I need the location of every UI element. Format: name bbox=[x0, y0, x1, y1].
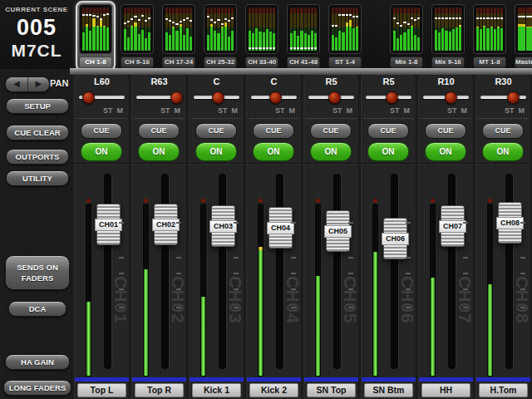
current-scene-panel[interactable]: CURRENT SCENE 005 M7CL bbox=[0, 0, 73, 69]
navigator-block-ch-33-40[interactable]: CH 33-40 bbox=[242, 1, 282, 71]
pan-slider[interactable] bbox=[77, 90, 126, 105]
bank-fader-mark bbox=[349, 14, 352, 16]
cue-button[interactable]: CUE bbox=[367, 123, 409, 139]
fader-scale-tick bbox=[291, 288, 296, 290]
channel-name[interactable]: Top R bbox=[135, 383, 184, 397]
pan-knob[interactable] bbox=[212, 91, 224, 104]
on-button[interactable]: ON bbox=[253, 142, 294, 161]
bank-fader-mark bbox=[124, 22, 126, 24]
bank-meter-bar bbox=[183, 7, 185, 51]
cue-button[interactable]: CUE bbox=[425, 123, 466, 139]
cue-button[interactable]: CUE bbox=[81, 123, 122, 139]
pan-slider[interactable] bbox=[249, 90, 298, 105]
sends-on-faders-button[interactable]: SENDS ON FADERS bbox=[5, 255, 70, 290]
on-button[interactable]: ON bbox=[138, 142, 180, 161]
bank-fader-mark bbox=[456, 17, 458, 19]
channel-name[interactable]: H.Tom bbox=[479, 383, 528, 397]
fader-cap[interactable]: CH07 bbox=[441, 205, 465, 247]
pan-knob[interactable] bbox=[269, 91, 282, 104]
navigator-block-ch-1-8[interactable]: CH 1-8 bbox=[76, 1, 116, 71]
bank-fader-mark bbox=[228, 20, 230, 22]
navigator-block-ch-25-32[interactable]: CH 25-32 bbox=[200, 1, 240, 71]
pan-knob[interactable] bbox=[328, 91, 341, 104]
utility-button[interactable]: UTILITY bbox=[6, 170, 69, 186]
fader-track[interactable] bbox=[391, 174, 398, 369]
fader-scale-tick bbox=[463, 273, 468, 274]
pan-slider[interactable] bbox=[479, 90, 528, 105]
pan-knob[interactable] bbox=[507, 91, 520, 104]
fader-track[interactable] bbox=[448, 174, 456, 369]
pan-knob[interactable] bbox=[170, 91, 183, 104]
st-indicator: ST bbox=[390, 106, 400, 115]
navigator-block-st-1-4[interactable]: ST 1-4 bbox=[325, 1, 365, 71]
channel-name[interactable]: Kick 2 bbox=[249, 383, 298, 397]
cue-button[interactable]: CUE bbox=[482, 123, 524, 139]
bank-meter-bar bbox=[441, 7, 444, 51]
ha-gain-button[interactable]: HA GAIN bbox=[5, 354, 70, 370]
channel-name[interactable]: SN Top bbox=[307, 383, 356, 397]
pan-slider[interactable] bbox=[192, 90, 241, 105]
bank-fader-mark bbox=[335, 25, 337, 27]
dca-button[interactable]: DCA bbox=[8, 301, 66, 317]
fader-cap[interactable]: CH06 bbox=[383, 218, 407, 259]
mono-indicator: M bbox=[347, 106, 353, 115]
fader-track[interactable] bbox=[276, 174, 283, 369]
pan-slider[interactable] bbox=[364, 90, 413, 105]
cue-button[interactable]: CUE bbox=[195, 123, 237, 139]
bank-meter-bar bbox=[221, 7, 224, 51]
on-button[interactable]: ON bbox=[482, 142, 524, 161]
level-meter bbox=[430, 204, 436, 377]
fader-cap[interactable]: CH03 bbox=[211, 205, 235, 247]
pan-slider[interactable] bbox=[421, 90, 470, 105]
fader-cap[interactable]: CH02 bbox=[154, 204, 178, 245]
cue-button[interactable]: CUE bbox=[253, 123, 294, 139]
on-button[interactable]: ON bbox=[367, 142, 409, 161]
setup-button[interactable]: SETUP bbox=[6, 98, 69, 114]
bank-fader-mark bbox=[452, 17, 455, 19]
bank-fader-mark bbox=[338, 14, 341, 16]
outports-button[interactable]: OUTPORTS bbox=[6, 149, 69, 165]
pan-slider[interactable] bbox=[135, 90, 184, 105]
bank-meter-bar bbox=[207, 7, 209, 51]
channel-strip-ch01: L60 STM CUE ON CH01 CH01 Top L bbox=[74, 74, 130, 399]
fader-scale-tick bbox=[176, 222, 181, 224]
pan-next-arrow-icon[interactable]: ▶ bbox=[28, 77, 50, 91]
channel-name[interactable]: SN Btm bbox=[364, 383, 413, 397]
channel-name[interactable]: Top L bbox=[77, 383, 126, 397]
channel-name[interactable]: Kick 1 bbox=[192, 383, 241, 397]
navigator-block-mix-1-8[interactable]: Mix 1-8 bbox=[387, 1, 426, 71]
bank-fader-mark bbox=[441, 17, 444, 19]
fader-track[interactable] bbox=[333, 174, 341, 369]
pan-prev-arrow-icon[interactable]: ◀ bbox=[6, 77, 28, 91]
channel-name[interactable]: HH bbox=[421, 383, 470, 397]
navigator-block-mt-1-8[interactable]: MT 1-8 bbox=[470, 1, 510, 71]
fader-cap[interactable]: CH04 bbox=[268, 207, 293, 249]
st-indicator: ST bbox=[505, 106, 515, 115]
cue-clear-button[interactable]: CUE CLEAR bbox=[6, 125, 69, 140]
on-button[interactable]: ON bbox=[195, 142, 237, 161]
cue-button[interactable]: CUE bbox=[138, 123, 180, 139]
fader-zone: CH08 CH08 bbox=[475, 163, 531, 378]
strip-separator-line bbox=[306, 118, 357, 119]
pan-knob[interactable] bbox=[82, 91, 95, 104]
pan-slider[interactable] bbox=[307, 90, 356, 105]
navigator-block-ch-17-24[interactable]: CH 17-24 bbox=[159, 1, 199, 71]
fader-cap[interactable]: CH08 bbox=[498, 202, 522, 244]
fader-cap[interactable]: CH01 bbox=[96, 204, 121, 245]
navigator-block-ch-41-48[interactable]: CH 41-48 bbox=[283, 1, 323, 71]
navigator-block-mix-9-16[interactable]: Mix 9-16 bbox=[428, 1, 468, 71]
cue-button[interactable]: CUE bbox=[310, 123, 352, 139]
pan-knob[interactable] bbox=[386, 91, 398, 104]
fader-cap[interactable]: CH05 bbox=[326, 210, 350, 252]
on-button[interactable]: ON bbox=[81, 142, 122, 161]
on-button[interactable]: ON bbox=[310, 142, 352, 161]
bank-meter-bar bbox=[92, 7, 95, 51]
meter-fill bbox=[86, 302, 91, 376]
navigator-block-ch-9-16[interactable]: CH 9-16 bbox=[117, 1, 157, 71]
long-faders-button[interactable]: LONG FADERS bbox=[3, 380, 71, 396]
st-indicator: ST bbox=[160, 106, 170, 115]
on-button[interactable]: ON bbox=[425, 142, 466, 161]
fader-track[interactable] bbox=[219, 174, 226, 369]
navigator-block-master[interactable]: Master bbox=[511, 1, 532, 71]
pan-knob[interactable] bbox=[445, 91, 457, 104]
